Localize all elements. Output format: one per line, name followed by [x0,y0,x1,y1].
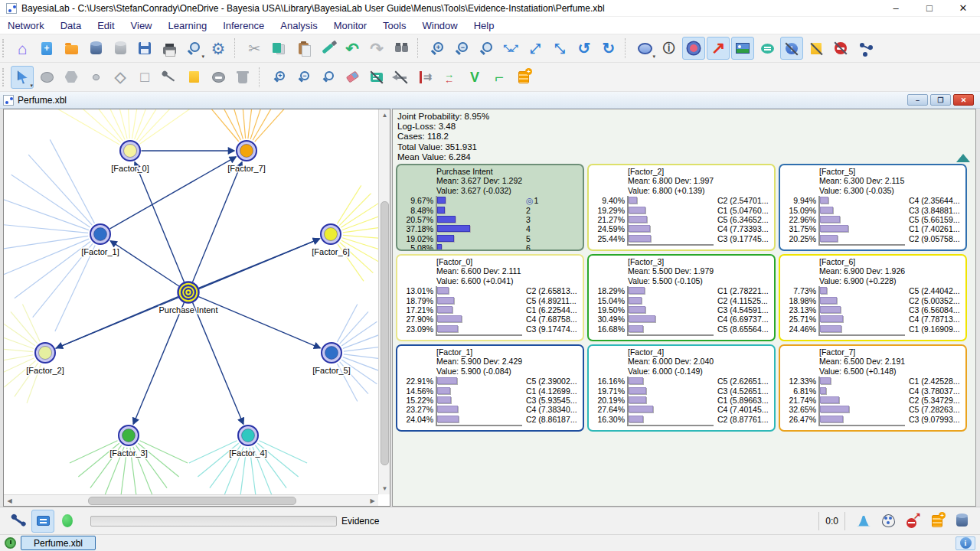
add-monitor-icon[interactable]: + [267,66,290,89]
vertical-scroll-thumb[interactable] [381,201,389,465]
scroll-left-arrow[interactable]: ◀ [4,495,15,507]
forbidden-arc-icon[interactable] [901,510,924,533]
hide-notes-icon[interactable] [805,37,828,60]
state-label[interactable]: C2 (2.65813... [526,286,580,295]
probability-bar[interactable] [820,225,848,232]
state-label[interactable]: C3 (5.93545... [526,396,580,405]
monitor-factor-7[interactable]: [Factor_7]Mean: 6.500 Dev: 2.191Value: 6… [779,344,967,432]
print-icon[interactable] [158,37,181,60]
probability-bar[interactable] [629,377,643,384]
state-label[interactable]: C1 (6.22544... [526,305,580,315]
diamond-node-tool-icon[interactable]: ◇ [109,66,132,89]
probability-bar[interactable] [820,287,827,294]
probability-bar[interactable] [629,287,645,294]
probability-bar[interactable] [437,315,462,322]
probability-bar[interactable] [820,197,828,204]
maximize-button[interactable]: □ [913,0,946,17]
state-label[interactable]: C3 (9.07993... [909,415,963,424]
edge-purchase-intent-to-factor-7[interactable] [193,162,242,282]
enlarge-icon[interactable]: ⤢ [524,37,547,60]
probability-bar[interactable] [437,406,458,412]
open-network-icon[interactable] [60,37,83,60]
node-factor-5[interactable] [322,343,341,363]
probability-bar[interactable] [629,406,653,412]
forbidden-arcs-icon[interactable] [829,37,852,60]
doc-close-button[interactable]: ✕ [953,94,974,106]
state-label[interactable]: C3 (3.84881... [909,206,963,215]
menu-view[interactable]: View [131,20,152,31]
arc-status-icon[interactable] [7,510,30,533]
state-label[interactable]: C4 (6.69737... [717,315,772,324]
state-label[interactable]: C5 (6.34652... [717,215,772,224]
probability-bar[interactable] [437,416,459,422]
state-label[interactable]: C3 (9.17474... [526,324,580,334]
probability-bar[interactable] [820,396,839,403]
state-label[interactable]: C5 (2.62651... [717,377,772,386]
menu-edit[interactable]: Edit [97,20,114,31]
find-icon[interactable] [390,37,413,60]
probability-bar[interactable] [437,297,454,304]
monitor-zoom-icon[interactable] [316,66,339,89]
database-icon[interactable] [950,510,973,533]
menu-window[interactable]: Window [422,20,457,31]
comments-icon[interactable] [756,37,779,60]
menu-data[interactable]: Data [60,20,81,31]
node-factor-1[interactable] [90,224,110,244]
state-label[interactable]: C2 (2.54701... [717,196,772,205]
probability-bar[interactable] [437,207,445,214]
menu-network[interactable]: Network [8,20,44,31]
horizontal-scrollbar[interactable]: ◀ ▶ [4,494,378,506]
probability-bar[interactable] [820,306,841,313]
monitor-purchase-intent[interactable]: Purchase IntentMean: 3.627 Dev: 1.292Val… [396,164,584,251]
redo-icon[interactable]: ↷ [365,37,388,60]
probability-bar[interactable] [820,416,843,422]
taskbar-tab-perfume[interactable]: Perfume.xbl [21,536,96,550]
state-label[interactable]: C5 (8.65564... [717,324,772,334]
state-label[interactable]: C5 (2.44042... [909,286,963,295]
state-label[interactable]: C2 (8.86187... [526,415,580,424]
print-preview-icon[interactable]: ▾ [182,37,205,60]
zoom-out-icon[interactable]: − [450,37,473,60]
monitor-factor-5[interactable]: [Factor_5]Mean: 6.300 Dev: 2.115Value: 6… [779,164,967,251]
close-button[interactable]: ✕ [946,0,980,17]
background-image-icon[interactable] [731,37,754,60]
fit-to-window-icon[interactable]: ⤡⤢ [499,37,522,60]
clock-icon[interactable] [5,537,16,549]
probability-bar[interactable] [820,207,833,214]
state-label[interactable]: C2 (4.11525... [717,296,772,305]
state-label[interactable]: C1 (7.40261... [909,224,963,233]
probability-bar[interactable] [437,235,454,242]
state-label[interactable]: C4 (7.68758... [526,315,580,324]
probability-bar[interactable] [437,387,450,394]
state-label[interactable]: C2 (8.87761... [717,415,772,424]
menu-monitor[interactable]: Monitor [334,20,367,31]
cut-icon[interactable]: ✂ [243,37,266,60]
shrink-icon[interactable]: ⤡ [548,37,571,60]
hide-arcs-icon[interactable] [390,66,413,89]
rotate-left-icon[interactable]: ↺ [573,37,596,60]
probability-bar[interactable] [629,207,645,214]
edge-purchase-intent-to-factor-4[interactable] [193,302,243,424]
menu-inference[interactable]: Inference [223,20,264,31]
node-factor-2[interactable] [35,343,55,363]
state-node-tool-icon[interactable] [84,66,107,89]
remove-monitor-icon[interactable]: − [292,66,315,89]
probability-bar[interactable] [820,387,826,394]
probability-bar[interactable] [629,197,637,204]
probability-bar[interactable] [437,216,456,223]
probability-bar[interactable] [437,396,451,403]
state-label[interactable]: C4 (7.73393... [717,224,772,233]
state-label[interactable]: 6 [526,243,580,251]
menu-learning[interactable]: Learning [168,20,207,31]
settings-icon[interactable]: ⚙ [207,37,230,60]
state-label[interactable]: C5 (5.66159... [909,215,963,224]
menu-analysis[interactable]: Analysis [280,20,317,31]
home-icon[interactable]: ⌂ [11,37,34,60]
node-style-icon[interactable]: ▾ [633,37,656,60]
state-label[interactable]: C1 (2.42528... [909,377,963,386]
horizontal-scroll-thumb[interactable] [88,497,296,505]
monitor-factor-0[interactable]: [Factor_0]Mean: 6.600 Dev: 2.111Value: 6… [396,254,584,341]
probability-bar[interactable] [820,315,843,322]
state-label[interactable]: C4 (2.35644... [909,196,963,205]
probability-bar[interactable] [820,325,841,332]
